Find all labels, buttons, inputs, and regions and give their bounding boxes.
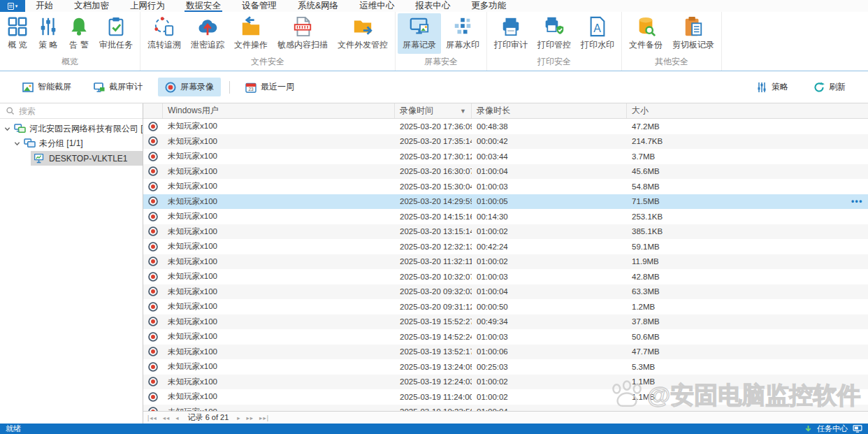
ribbon-button-printer-shield[interactable]: 打印管控 bbox=[533, 13, 576, 54]
doc-scan-icon bbox=[292, 16, 313, 37]
menu-tab-4[interactable]: 设备管理 bbox=[231, 0, 287, 12]
menu-tab-7[interactable]: 报表中心 bbox=[405, 0, 461, 12]
size-value: 59.1MB bbox=[632, 243, 660, 251]
cell-record-duration: 00:25:03 bbox=[472, 359, 627, 375]
menu-tab-2[interactable]: 上网行为 bbox=[120, 0, 175, 12]
cell-size: 3.7MB bbox=[627, 149, 868, 164]
table-row[interactable]: 未知玩家x1002025-03-20 16:30:0701:00:0445.6M… bbox=[143, 164, 868, 180]
chevron-down-icon[interactable] bbox=[13, 140, 21, 147]
first-page-button[interactable]: |◂◂ bbox=[147, 414, 157, 421]
toolbar-button-image[interactable]: 智能截屏 bbox=[15, 78, 78, 96]
ribbon-button-clipboard-doc[interactable]: 剪切板记录 bbox=[667, 13, 719, 54]
ribbon-button-printer[interactable]: 打印审计 bbox=[489, 13, 533, 54]
toolbar-button-calendar[interactable]: 23最近一周 bbox=[238, 78, 301, 96]
tree-item-0[interactable]: 河北安固云网络科技有限公司 [1/1] bbox=[0, 122, 143, 136]
table-row[interactable]: 未知玩家x1002025-03-20 15:30:0401:00:0354.8M… bbox=[143, 179, 868, 194]
table-row[interactable]: 未知玩家x1002025-03-20 10:32:0701:00:0342.8M… bbox=[143, 269, 868, 284]
record-cell bbox=[143, 239, 163, 254]
next-page-button[interactable]: ▸ bbox=[237, 414, 240, 421]
table-row[interactable]: 未知玩家x1002025-03-19 15:52:2700:49:3437.8M… bbox=[143, 314, 868, 330]
app-menu-button[interactable]: ▾ bbox=[0, 0, 25, 12]
toolbar-button-monitor-capture[interactable]: 截屏审计 bbox=[87, 78, 150, 96]
toolbar-button-record[interactable]: 屏幕录像 bbox=[158, 78, 221, 96]
ribbon-button-pixel-grid[interactable]: 屏幕水印 bbox=[441, 13, 484, 54]
cell-size bbox=[627, 405, 868, 412]
cell-windows-user: 未知玩家x100 bbox=[163, 375, 395, 390]
ribbon-button-bell[interactable]: 告 警 bbox=[64, 13, 94, 54]
ribbon-group-buttons: 流转追溯泄密追踪文件操作敏感内容扫描文件外发管控 bbox=[143, 12, 393, 55]
ribbon-button-doc-a[interactable]: A打印水印 bbox=[576, 13, 619, 54]
record-cell bbox=[143, 254, 163, 270]
record-icon bbox=[148, 256, 158, 266]
menu-tab-1[interactable]: 文档加密 bbox=[64, 0, 120, 12]
ribbon-button-folder-out[interactable]: 文件外发管控 bbox=[333, 13, 393, 54]
cell-size: 42.8MB bbox=[627, 269, 868, 284]
header-record-duration[interactable]: 录像时长 bbox=[472, 103, 627, 118]
menu-tab-6[interactable]: 运维中心 bbox=[349, 0, 405, 12]
ribbon-button-screen-record[interactable]: 屏幕记录 bbox=[398, 13, 441, 54]
ribbon-button-sliders[interactable]: 策 略 bbox=[33, 13, 64, 54]
menu-tab-8[interactable]: 更多功能 bbox=[461, 0, 516, 12]
header-label: 录像时长 bbox=[477, 105, 510, 117]
size-value: 63.3MB bbox=[632, 287, 660, 296]
ribbon-button-folder-ops[interactable]: 文件操作 bbox=[229, 13, 273, 54]
table-row[interactable]: 未知玩家x1002025-03-20 09:32:0301:00:0463.3M… bbox=[143, 284, 868, 300]
prev-group-button[interactable]: ◂◂ bbox=[163, 414, 171, 421]
table-row[interactable]: 未知玩家x1002025-03-19 13:24:0500:25:035.3MB bbox=[143, 359, 868, 375]
table-row[interactable]: 未知玩家x1002025-03-19 11:24:0001:00:021.1MB bbox=[143, 389, 868, 405]
search-input[interactable] bbox=[19, 106, 137, 116]
header-record-icon-column[interactable] bbox=[143, 103, 163, 118]
cell-record-duration: 01:00:02 bbox=[472, 224, 627, 240]
chevron-down-icon[interactable] bbox=[3, 126, 11, 132]
table-row[interactable]: 未知玩家x1002025-03-19 14:52:2401:00:0350.6M… bbox=[143, 329, 868, 345]
ribbon-button-clipboard-check[interactable]: 审批任务 bbox=[94, 13, 138, 54]
cell-record-time: 2025-03-20 09:32:03 bbox=[395, 284, 472, 300]
ribbon-button-cloud-leak[interactable]: 泄密追踪 bbox=[186, 13, 229, 54]
header-record-time[interactable]: 录像时间▼ bbox=[395, 103, 472, 118]
menu-tab-5[interactable]: 系统&网络 bbox=[287, 0, 349, 12]
table-row[interactable]: 未知玩家x1002025-03-20 14:15:1600:14:30253.1… bbox=[143, 209, 868, 224]
table-row[interactable]: 未知玩家x1002025-03-20 13:15:1401:00:02385.1… bbox=[143, 224, 868, 240]
ribbon-button-label: 剪切板记录 bbox=[672, 39, 714, 51]
table-row[interactable]: 未知玩家x1002025-03-19 13:52:1701:00:0647.7M… bbox=[143, 345, 868, 360]
prev-page-button[interactable]: ◂ bbox=[175, 414, 179, 421]
task-center-button[interactable]: 任务中心 bbox=[817, 424, 848, 434]
record-icon bbox=[148, 196, 158, 206]
last-page-button[interactable]: ▸▸| bbox=[259, 414, 269, 421]
size-value: 45.6MB bbox=[632, 167, 660, 175]
table-row[interactable]: 未知玩家x1002025-03-20 17:35:1400:00:42214.7… bbox=[143, 134, 868, 150]
menu-tab-3[interactable]: 数据安全 bbox=[175, 0, 231, 12]
header-windows-user[interactable]: Windows用户 bbox=[163, 103, 395, 118]
table-row[interactable]: 未知玩家x1002025-03-20 12:32:1300:42:2459.1M… bbox=[143, 239, 868, 254]
menubar: ▾ 开始文档加密上网行为数据安全设备管理系统&网络运维中心报表中心更多功能 bbox=[0, 0, 868, 12]
view-toolbar-left: 智能截屏截屏审计屏幕录像23最近一周 bbox=[15, 78, 301, 96]
cell-windows-user: 未知玩家x100 bbox=[163, 389, 395, 405]
ribbon-button-label: 敏感内容扫描 bbox=[277, 39, 328, 51]
menu-tab-0[interactable]: 开始 bbox=[25, 0, 64, 12]
monitor-status-icon[interactable] bbox=[853, 425, 862, 433]
toolbar-button-refresh[interactable]: 刷新 bbox=[806, 78, 853, 96]
cell-size: 54.8MB bbox=[627, 179, 868, 194]
header-size[interactable]: 大小 bbox=[627, 103, 868, 118]
table-row[interactable]: 未知玩家x1002025-03-20 17:30:1200:03:443.7MB bbox=[143, 149, 868, 164]
record-cell bbox=[143, 164, 163, 180]
table-row[interactable]: 未知玩家x1002025-03-20 14:29:5901:00:0571.5M… bbox=[143, 194, 868, 210]
toolbar-button-sliders-sm[interactable]: 策略 bbox=[749, 78, 795, 96]
ribbon-button-doc-scan[interactable]: 敏感内容扫描 bbox=[273, 13, 333, 54]
ribbon-button-grid[interactable]: 概 览 bbox=[2, 13, 33, 54]
table-row[interactable]: 未知玩家x1002025-03-20 17:36:0900:48:3847.2M… bbox=[143, 119, 868, 134]
cell-record-duration: 01:00:04 bbox=[472, 164, 627, 180]
ribbon-button-trace[interactable]: 流转追溯 bbox=[143, 13, 186, 54]
table-row[interactable]: 未知玩家x1002025-03-19 12:24:0301:00:021.1MB bbox=[143, 375, 868, 390]
ribbon: 概 览策 略告 警审批任务概览流转追溯泄密追踪文件操作敏感内容扫描文件外发管控文… bbox=[0, 12, 868, 71]
tree-item-1[interactable]: 未分组 [1/1] bbox=[0, 136, 143, 151]
table-row[interactable]: 未知玩家x1002025-03-20 09:31:1200:00:501.2MB bbox=[143, 299, 868, 314]
row-actions-menu[interactable]: ••• bbox=[851, 196, 863, 206]
ribbon-button-label: 屏幕水印 bbox=[446, 39, 479, 51]
table-row[interactable]: 未知玩家x1002025-03-19 10:23:5601:00:04 bbox=[143, 405, 868, 412]
next-group-button[interactable]: ▸▸ bbox=[247, 414, 254, 421]
ribbon-button-label: 打印水印 bbox=[581, 39, 614, 51]
ribbon-button-db-search[interactable]: 文件备份 bbox=[624, 13, 667, 54]
table-row[interactable]: 未知玩家x1002025-03-20 11:32:1101:00:0211.9M… bbox=[143, 254, 868, 270]
tree-item-2[interactable]: DESKTOP-VLKTLE1 bbox=[0, 151, 143, 166]
